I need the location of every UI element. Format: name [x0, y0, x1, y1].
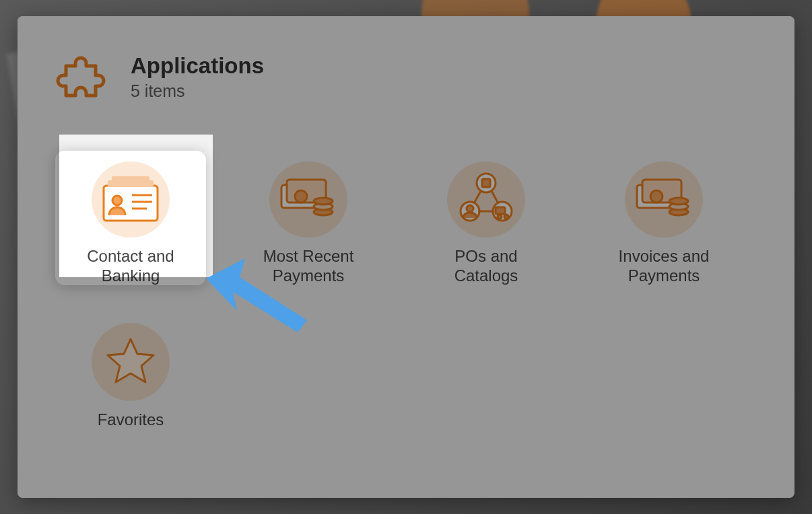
- tile-label: Favorites: [98, 410, 164, 429]
- applications-grid: Contact and Banking Most Recent Payments: [55, 151, 769, 447]
- svg-rect-2: [112, 176, 149, 182]
- tile-favorites[interactable]: Favorites: [55, 312, 206, 447]
- money-icon: [625, 161, 703, 237]
- svg-point-23: [650, 190, 663, 203]
- tile-label: Invoices and Payments: [619, 247, 710, 285]
- svg-point-19: [498, 215, 502, 219]
- network-icon: [447, 161, 525, 237]
- svg-point-12: [314, 198, 333, 205]
- section-subtitle: 5 items: [131, 81, 264, 101]
- svg-point-16: [467, 205, 473, 212]
- svg-point-26: [669, 198, 688, 205]
- applications-card: Applications 5 items: [18, 16, 794, 498]
- tile-contact-banking[interactable]: Contact and Banking: [55, 151, 206, 285]
- tile-invoices-payments[interactable]: Invoices and Payments: [588, 151, 739, 285]
- tile-label: Most Recent Payments: [263, 247, 354, 285]
- puzzle-piece-icon: [55, 51, 106, 102]
- money-icon: [269, 161, 347, 237]
- svg-rect-18: [496, 207, 505, 214]
- svg-rect-14: [482, 179, 490, 187]
- tile-label: POs and Catalogs: [454, 247, 518, 285]
- star-icon: [92, 323, 170, 401]
- svg-point-20: [504, 215, 508, 219]
- section-header: Applications 5 items: [55, 51, 264, 102]
- svg-point-9: [295, 190, 307, 203]
- tile-pos-catalogs[interactable]: POs and Catalogs: [411, 151, 562, 285]
- section-title: Applications: [131, 53, 264, 79]
- tile-most-recent-payments[interactable]: Most Recent Payments: [233, 151, 384, 285]
- tile-label: Contact and Banking: [87, 247, 174, 285]
- svg-point-3: [112, 196, 122, 205]
- id-card-icon: [92, 161, 170, 237]
- svg-rect-0: [104, 186, 158, 221]
